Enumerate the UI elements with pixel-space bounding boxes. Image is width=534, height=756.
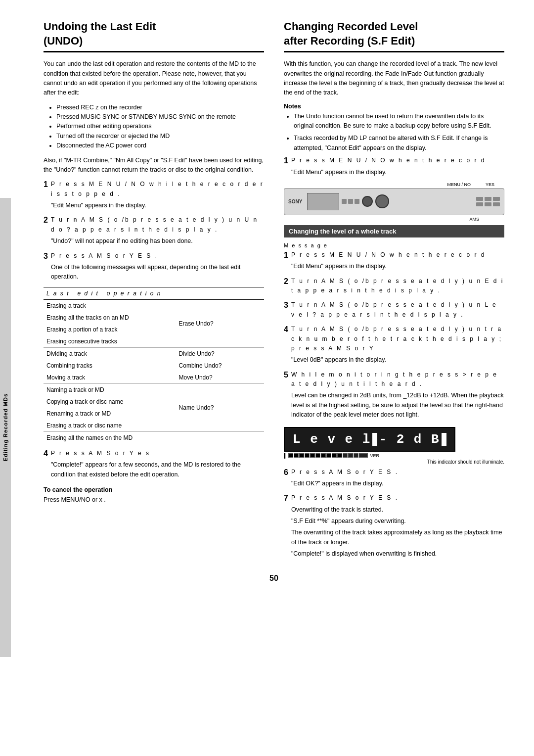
table-row: Erasing a track or disc name [44, 420, 264, 432]
yes-label: YES [486, 182, 494, 187]
page-number: 50 [44, 574, 504, 583]
device-rect-button [493, 202, 500, 206]
right-step-changing-5: 5 W h i l e m o n i t o r i n g t h e p … [284, 370, 504, 420]
right-step-changing-4: 4 T u r n A M S ( o /b p r e s s e a t e… [284, 325, 504, 365]
subsection-title: Changing the level of a whole track [284, 225, 504, 237]
table-row: Erasing all the names on the MD [44, 431, 264, 444]
also-text: Also, if "M-TR Combine," "Nm All Copy" o… [44, 156, 264, 175]
right-step-changing-3: 3 T u r n A M S ( o /b p r e s s e a t e… [284, 300, 504, 320]
right-step-7: 7 P r e s s A M S o r Y E S . Overwritin… [284, 493, 504, 559]
meter-seg [348, 453, 353, 458]
meter-seg [332, 453, 337, 458]
cancel-heading: To cancel the operation [44, 486, 264, 493]
sony-device: SONY [284, 188, 504, 215]
over-label: VER [370, 453, 379, 458]
bullet-item: Pressed REC z on the recorder [56, 103, 264, 112]
level-text: L e v e l [293, 432, 371, 447]
right-column: Changing Recorded Level after Recording … [284, 20, 504, 564]
table-row: Dividing a track Divide Undo? [44, 347, 264, 360]
table-row: Copying a track or disc name Name Undo? [44, 396, 264, 408]
meter-seg [326, 453, 331, 458]
table-row: Naming a track or MD [44, 383, 264, 396]
cancel-section: To cancel the operation Press MENU/NO or… [44, 486, 264, 505]
table-col1-header: L a s t e d i t o p e r a t i o n [46, 290, 162, 297]
meter-seg [321, 453, 326, 458]
right-step-6: 6 P r e s s A M S o r Y E S . "Edit OK?"… [284, 468, 504, 489]
sidebar-label: Editing Recorded MDs [0, 198, 11, 657]
device-diagram-wrapper: MENU / NO YES SONY [284, 182, 504, 215]
table-row: Erasing a track [44, 299, 264, 312]
meter-row: ▌ [284, 453, 504, 458]
meter-seg [337, 453, 342, 458]
device-right-buttons [476, 197, 500, 206]
notes-list: The Undo function cannot be used to retu… [289, 112, 504, 153]
level-cursor-1 [372, 433, 377, 446]
bullet-item: Disconnected the AC power cord [56, 141, 264, 150]
left-column: Undoing the Last Edit (UNDO) You can und… [44, 20, 264, 564]
bullet-item: Pressed MUSIC SYNC or STANDBY MUSC SYNC … [56, 112, 264, 122]
over-seg [359, 453, 368, 458]
device-rect-button [485, 202, 491, 206]
note-item: The Undo function cannot be used to retu… [294, 112, 504, 131]
ams-label: AMS [469, 217, 479, 222]
step-2: 2 T u r n A M S ( o /b p r e s s e a t e… [44, 215, 264, 246]
level-display-wrapper: L e v e l - 2 d B ▌ [284, 427, 504, 465]
table-row: Erasing consecutive tracks [44, 335, 264, 348]
meter-seg [315, 453, 320, 458]
step-1: 1 P r e s s M E N U / N O w h i l e t h … [44, 180, 264, 210]
device-rect-button [476, 197, 483, 201]
right-step-changing-1: 1 P r e s s M E N U / N O w h e n t h e … [284, 250, 504, 272]
left-bullets: Pressed REC z on the recorder Pressed MU… [51, 103, 264, 151]
table-row: Moving a track Move Undo? [44, 372, 264, 384]
right-step-1: 1 P r e s s M E N U / N O w h e n t h e … [284, 156, 504, 177]
device-knob-small[interactable] [362, 196, 373, 207]
table-header-row: L a s t e d i t o p e r a t i o n [44, 287, 264, 299]
step-4: 4 P r e s s A M S o r Y e s "Complete!" … [44, 449, 264, 479]
notes-heading: Notes [284, 103, 504, 110]
indicator-note: This indicator should not illuminate. [284, 459, 504, 465]
level-value: - 2 d B [379, 432, 440, 447]
right-intro: With this function, you can change the r… [284, 59, 504, 98]
device-button [342, 199, 347, 204]
device-button [355, 199, 359, 204]
right-section-title: Changing Recorded Level after Recording … [284, 20, 504, 52]
right-step-changing-2: 2 T u r n A M S ( o /b p r e s s e a t e… [284, 277, 504, 296]
note-item: Tracks recorded by MD LP cannot be alter… [294, 134, 504, 153]
device-rect-button [485, 197, 491, 201]
left-intro: You can undo the last edit operation and… [44, 59, 264, 98]
sony-logo: SONY [288, 199, 302, 204]
step-3: 3 P r e s s A M S o r Y E S . One of the… [44, 251, 264, 282]
table-row: Combining tracks Combine Undo? [44, 360, 264, 372]
level-display: L e v e l - 2 d B [284, 427, 455, 452]
left-section-title: Undoing the Last Edit (UNDO) [44, 20, 264, 52]
table-row: Erasing all the tracks on an MD Erase Un… [44, 312, 264, 324]
bullet-item: Turned off the recorder or ejected the M… [56, 132, 264, 141]
device-screen [307, 193, 339, 210]
message-label: M e s s a g e [284, 242, 504, 248]
device-rect-button [476, 202, 483, 206]
menu-no-label: MENU / NO [447, 182, 471, 187]
meter-seg [288, 453, 293, 458]
meter-segments [288, 453, 368, 458]
device-button-group [342, 199, 359, 204]
device-labels: MENU / NO YES [284, 182, 504, 187]
meter-seg [305, 453, 310, 458]
device-knob-large[interactable] [375, 194, 389, 208]
meter-seg [299, 453, 304, 458]
meter-seg [343, 453, 348, 458]
device-button [348, 199, 353, 204]
cancel-text: Press MENU/NO or x . [44, 495, 264, 505]
level-cursor-2 [442, 433, 446, 446]
undo-table: L a s t e d i t o p e r a t i o n Erasin… [44, 287, 264, 444]
device-rect-button [493, 197, 500, 201]
notes-section: Notes The Undo function cannot be used t… [284, 103, 504, 153]
meter-seg [310, 453, 315, 458]
meter-seg [354, 453, 358, 458]
meter-left-label: ▌ [284, 453, 287, 458]
meter-seg [294, 453, 299, 458]
bullet-item: Performed other editing operations [56, 122, 264, 131]
